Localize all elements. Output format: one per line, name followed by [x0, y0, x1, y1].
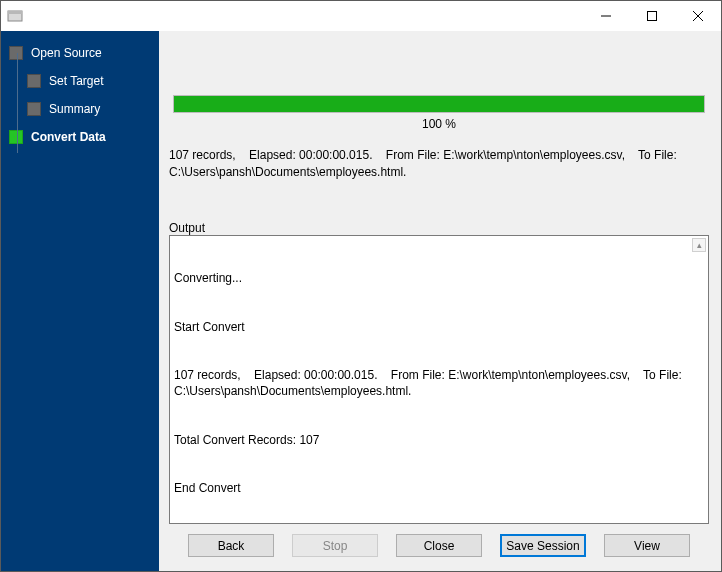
svg-line-5	[693, 11, 703, 21]
main-inner: 100 % 107 records, Elapsed: 00:00:00.015…	[169, 37, 709, 561]
step-box-icon	[9, 130, 23, 144]
step-label: Summary	[49, 102, 100, 116]
close-window-button[interactable]	[675, 1, 721, 31]
svg-rect-3	[648, 12, 657, 21]
wizard-sidebar: Open Source Set Target Summary Convert D…	[1, 31, 159, 571]
progress-area: 100 %	[169, 37, 709, 131]
output-log[interactable]: Converting... Start Convert 107 records,…	[169, 235, 709, 524]
save-session-button[interactable]: Save Session	[500, 534, 586, 557]
maximize-button[interactable]	[629, 1, 675, 31]
main-panel: 100 % 107 records, Elapsed: 00:00:00.015…	[159, 31, 721, 571]
step-box-icon	[9, 46, 23, 60]
step-label: Set Target	[49, 74, 103, 88]
conversion-summary: 107 records, Elapsed: 00:00:00.015. From…	[169, 147, 709, 181]
step-summary[interactable]: Summary	[27, 95, 159, 123]
step-box-icon	[27, 74, 41, 88]
button-row: Back Stop Close Save Session View	[169, 524, 709, 561]
step-open-source[interactable]: Open Source	[9, 39, 159, 67]
svg-rect-1	[8, 11, 22, 14]
close-button[interactable]: Close	[396, 534, 482, 557]
window-controls	[583, 1, 721, 31]
step-set-target[interactable]: Set Target	[27, 67, 159, 95]
minimize-button[interactable]	[583, 1, 629, 31]
scroll-up-icon[interactable]: ▴	[692, 238, 706, 252]
app-window: Open Source Set Target Summary Convert D…	[0, 0, 722, 572]
progress-bar	[173, 95, 705, 113]
output-line: End Convert	[174, 480, 704, 496]
content-area: Open Source Set Target Summary Convert D…	[1, 31, 721, 571]
app-icon	[7, 8, 23, 24]
output-line: Total Convert Records: 107	[174, 432, 704, 448]
titlebar	[1, 1, 721, 31]
progress-fill	[174, 96, 704, 112]
svg-line-4	[693, 11, 703, 21]
output-line: Converting...	[174, 270, 704, 286]
output-line: Start Convert	[174, 319, 704, 335]
stop-button: Stop	[292, 534, 378, 557]
output-line: 107 records, Elapsed: 00:00:00.015. From…	[174, 367, 704, 399]
view-button[interactable]: View	[604, 534, 690, 557]
progress-percent-text: 100 %	[173, 117, 705, 131]
tree-connector	[17, 53, 18, 153]
step-label: Open Source	[31, 46, 102, 60]
step-box-icon	[27, 102, 41, 116]
output-label: Output	[169, 221, 709, 235]
step-label: Convert Data	[31, 130, 106, 144]
step-convert-data[interactable]: Convert Data	[9, 123, 159, 151]
back-button[interactable]: Back	[188, 534, 274, 557]
